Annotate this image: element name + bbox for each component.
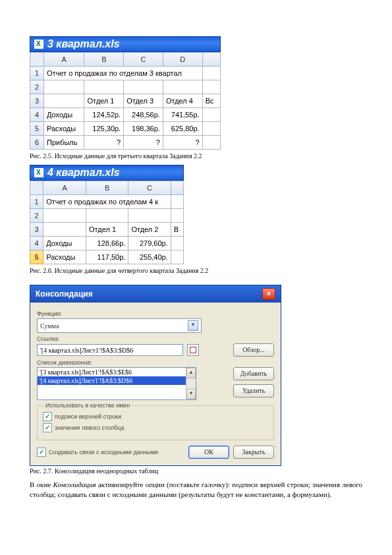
consolidate-dialog: Консолидация × Функция: Сумма ▼ Ссылка: … (30, 285, 281, 466)
rowhead-2[interactable]: 2 (30, 80, 44, 94)
spreadsheet-fig1: A B C D 1 Отчет о продажах по отделам 3 … (30, 52, 221, 150)
cell[interactable]: Отдел 1 (84, 94, 124, 108)
excel-icon (34, 168, 43, 177)
cell[interactable] (171, 209, 183, 223)
cell[interactable] (128, 209, 171, 223)
create-links-checkbox[interactable]: ✓ Создавать связи с исходными данными (37, 448, 158, 457)
col-E[interactable] (202, 53, 220, 67)
excel-icon (34, 40, 43, 49)
add-button[interactable]: Добавить (233, 367, 274, 380)
scroll-up-icon[interactable]: ▲ (186, 368, 196, 378)
delete-button[interactable]: Удалить (233, 384, 274, 397)
cell[interactable] (124, 80, 163, 94)
col-C[interactable]: C (128, 181, 171, 195)
col-D[interactable]: D (163, 53, 202, 67)
scrollbar[interactable]: ▲ ▼ (186, 368, 196, 399)
cell[interactable] (43, 209, 86, 223)
col-B[interactable]: B (84, 53, 124, 67)
rowhead-1[interactable]: 1 (30, 67, 44, 80)
cell[interactable] (43, 80, 84, 94)
cell[interactable]: Расходы (43, 122, 84, 136)
function-select[interactable]: Сумма ▼ (37, 318, 202, 333)
table-row: 6 Прибыль ? ? ? (30, 136, 221, 150)
cell[interactable]: Отдел 4 (163, 94, 202, 108)
cell[interactable] (202, 80, 220, 94)
cell[interactable]: 279,60р. (128, 237, 171, 250)
checkbox-label: Создавать связи с исходными данными (49, 449, 158, 455)
rowhead-2[interactable]: 2 (30, 209, 43, 223)
cell[interactable]: 741,55р. (163, 108, 202, 122)
rowhead-5[interactable]: 5 (30, 250, 43, 264)
cell[interactable] (86, 209, 128, 223)
cell[interactable] (202, 136, 220, 150)
ok-button[interactable]: ОК (188, 446, 229, 459)
close-button[interactable]: Закрыть (233, 446, 274, 459)
left-col-checkbox[interactable]: ✓ значения левого столбца (43, 423, 268, 432)
cell[interactable]: 625,80р. (163, 122, 202, 136)
rowhead-3[interactable]: 3 (30, 94, 44, 108)
spreadsheet-fig2: A B C 1 Отчет о продажах по отделам 4 к … (30, 181, 184, 264)
body-paragraph: В окне Консолидация активизируйте опции … (30, 480, 362, 500)
chevron-down-icon[interactable]: ▼ (188, 320, 198, 331)
rowhead-5[interactable]: 5 (30, 122, 44, 136)
table-row: 3 Отдел 1 Отдел 3 Отдел 4 Вс (30, 94, 221, 108)
cell[interactable] (171, 195, 183, 209)
cell[interactable] (202, 67, 220, 80)
close-icon[interactable]: × (262, 288, 275, 300)
window-title: 3 квартал.xls (47, 38, 120, 50)
reference-label: Ссылка: (37, 336, 274, 342)
scroll-down-icon[interactable]: ▼ (186, 389, 196, 399)
cell[interactable]: 124,52р. (84, 108, 124, 122)
col-C[interactable]: C (124, 53, 163, 67)
range-picker-icon[interactable] (187, 344, 199, 356)
cell[interactable] (171, 250, 183, 264)
rowhead-6[interactable]: 6 (30, 136, 44, 150)
checkbox-icon: ✓ (43, 412, 52, 421)
cell[interactable]: Вс (202, 94, 220, 108)
rowhead-1[interactable]: 1 (30, 195, 43, 209)
list-item[interactable]: '[4 квартал.xls]Лист1'!$A$3:$D$6 (38, 376, 186, 385)
cell[interactable]: Отдел 1 (86, 223, 128, 237)
col-A[interactable]: A (43, 53, 84, 67)
cell[interactable] (163, 80, 202, 94)
cell[interactable]: ? (124, 136, 163, 150)
cell[interactable]: ? (84, 136, 124, 150)
cell[interactable]: Прибыль (43, 136, 84, 150)
cell[interactable]: 248,56р. (124, 108, 163, 122)
cell[interactable]: Расходы (43, 250, 86, 264)
cell[interactable] (43, 94, 84, 108)
cell[interactable]: Отдел 2 (128, 223, 171, 237)
select-all-corner[interactable] (30, 53, 44, 67)
range-listbox[interactable]: '[3 квартал.xls]Лист1'!$A$3:$E$6 '[4 ква… (37, 367, 196, 400)
rowhead-4[interactable]: 4 (30, 108, 44, 122)
cell[interactable]: 198,36р. (124, 122, 163, 136)
cell[interactable] (43, 223, 86, 237)
cell[interactable] (84, 80, 124, 94)
list-item[interactable]: '[3 квартал.xls]Лист1'!$A$3:$E$6 (38, 368, 186, 376)
cell[interactable] (171, 237, 183, 250)
cell[interactable]: Отчет о продажах по отделам 3 квартал (43, 67, 202, 80)
cell[interactable]: 128,66р. (86, 237, 128, 250)
cell[interactable]: 255,40р. (128, 250, 171, 264)
rowhead-3[interactable]: 3 (30, 223, 43, 237)
dialog-titlebar[interactable]: Консолидация × (30, 285, 281, 303)
col-D[interactable] (171, 181, 183, 195)
cell[interactable] (202, 108, 220, 122)
cell[interactable]: Доходы (43, 108, 84, 122)
reference-input[interactable] (37, 344, 183, 356)
cell[interactable]: 125,30р. (84, 122, 124, 136)
cell[interactable]: В (171, 223, 183, 237)
col-A[interactable]: A (43, 181, 86, 195)
cell[interactable]: 117,50р. (86, 250, 128, 264)
select-all-corner[interactable] (30, 181, 43, 195)
top-row-checkbox[interactable]: ✓ подписи верхней строки (43, 412, 268, 421)
cell[interactable]: ? (163, 136, 202, 150)
cell[interactable]: Отдел 3 (124, 94, 163, 108)
cell[interactable]: Доходы (43, 237, 86, 250)
browse-button[interactable]: Обзор... (233, 343, 274, 357)
cell[interactable] (202, 122, 220, 136)
col-B[interactable]: B (86, 181, 128, 195)
rowhead-4[interactable]: 4 (30, 237, 43, 250)
text-em: Консолидация (53, 481, 96, 488)
cell[interactable]: Отчет о продажах по отделам 4 к (43, 195, 171, 209)
